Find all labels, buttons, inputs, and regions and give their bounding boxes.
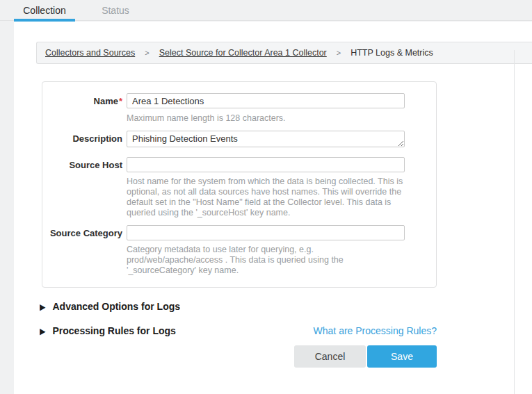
description-field-row: Description Phishing Detection Events: [42, 131, 436, 150]
required-asterisk: *: [119, 96, 122, 106]
content-panel: Collectors and Sources > Select Source f…: [14, 22, 532, 394]
what-are-processing-rules-link[interactable]: What are Processing Rules?: [314, 325, 437, 336]
name-field-row: Name* Maximum name length is 128 charact…: [42, 93, 436, 124]
breadcrumb-select-source[interactable]: Select Source for Collector Area 1 Colle…: [159, 48, 327, 58]
breadcrumb-collectors-and-sources[interactable]: Collectors and Sources: [45, 48, 135, 58]
processing-rules-section[interactable]: ▶ Processing Rules for Logs What are Pro…: [40, 325, 437, 336]
source-category-help-text: Category metadata to use later for query…: [127, 245, 403, 276]
description-textarea[interactable]: Phishing Detection Events: [127, 131, 405, 147]
advanced-options-label[interactable]: Advanced Options for Logs: [52, 301, 180, 312]
source-category-field-row: Source Category Category metadata to use…: [42, 225, 436, 276]
save-button[interactable]: Save: [367, 345, 437, 368]
source-host-field-row: Source Host Host name for the system fro…: [42, 157, 436, 218]
breadcrumb-current-page: HTTP Logs & Metrics: [350, 48, 433, 58]
description-label: Description: [42, 131, 122, 150]
source-category-label: Source Category: [42, 225, 122, 276]
expand-arrow-icon: ▶: [40, 302, 45, 311]
name-input[interactable]: [127, 93, 405, 108]
breadcrumb: Collectors and Sources > Select Source f…: [36, 42, 532, 64]
source-category-input[interactable]: [127, 225, 405, 240]
source-host-input[interactable]: [127, 157, 405, 172]
source-host-label: Source Host: [42, 157, 122, 218]
name-label: Name*: [42, 93, 122, 124]
advanced-options-section[interactable]: ▶ Advanced Options for Logs: [40, 301, 437, 312]
form-actions: Cancel Save: [40, 345, 437, 368]
processing-rules-label[interactable]: Processing Rules for Logs: [52, 325, 175, 336]
breadcrumb-separator: >: [337, 49, 341, 57]
panel-right-border: [514, 50, 515, 394]
source-config-card: Name* Maximum name length is 128 charact…: [42, 81, 437, 288]
tab-status[interactable]: Status: [88, 5, 143, 16]
tab-bar: Collection Status: [0, 0, 532, 21]
source-host-help-text: Host name for the system from which the …: [127, 177, 403, 218]
cancel-button[interactable]: Cancel: [294, 345, 366, 368]
breadcrumb-separator: >: [145, 49, 149, 57]
tab-collection[interactable]: Collection: [14, 5, 75, 16]
expand-arrow-icon: ▶: [40, 327, 45, 336]
name-help-text: Maximum name length is 128 characters.: [127, 113, 403, 124]
